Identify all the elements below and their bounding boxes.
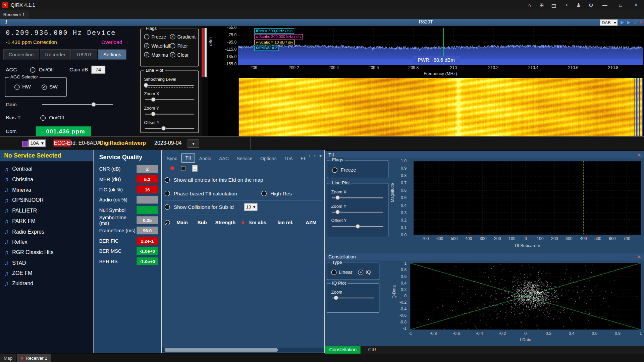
subid-select[interactable]: 13 ▾ <box>244 203 257 211</box>
stop-icon[interactable] <box>181 166 185 170</box>
detail-tab-aac[interactable]: AAC <box>215 154 232 162</box>
flag-option-filter[interactable]: Filter <box>170 43 196 49</box>
show-entries-checkbox[interactable] <box>165 177 170 183</box>
ensemble-color-swatch[interactable] <box>22 141 28 147</box>
phase-tii-checkbox[interactable] <box>165 191 170 196</box>
tii-canvas[interactable] <box>414 161 641 235</box>
home-icon[interactable]: ⌂ <box>523 2 535 8</box>
flag-checkbox-maxima[interactable] <box>144 52 149 58</box>
tab-menu-icon[interactable]: ▾ <box>319 153 322 159</box>
flag-checkbox-waterfall[interactable] <box>144 43 149 49</box>
filter-icon[interactable]: ▽ <box>633 20 637 24</box>
tab-right-icon[interactable]: › <box>314 153 316 159</box>
play-file-icon[interactable]: ▶ <box>627 20 630 24</box>
detail-tab-audio[interactable]: Audio <box>196 154 215 162</box>
status-tab-map[interactable]: Map <box>0 354 16 362</box>
iq-zoom-thumb[interactable] <box>333 296 338 300</box>
flag-option-maxima[interactable]: Maxima <box>144 52 170 58</box>
settings-icon[interactable]: ⚙ <box>585 2 597 8</box>
iq-zoom-slider[interactable] <box>331 296 375 301</box>
user-icon[interactable]: ♟ <box>573 2 585 8</box>
channels-icon[interactable]: ⊞ <box>535 2 548 8</box>
flag-option-waterfall[interactable]: Waterfall <box>144 43 170 49</box>
service-item-minerva[interactable]: ♫Minerva <box>0 185 93 195</box>
detail-tab-tii[interactable]: TII <box>181 154 195 163</box>
minimize-button[interactable]: — <box>597 2 613 8</box>
channel-select[interactable]: 10A ▾ <box>29 139 46 147</box>
lineplot-smoothing-level-thumb[interactable] <box>144 83 148 87</box>
col-header-km-abs-[interactable]: km abs. <box>249 220 277 225</box>
service-item-rgr-classic-hits[interactable]: ♫RGR Classic Hits <box>0 247 93 257</box>
service-item-radio-expres[interactable]: ♫Radio Expres <box>0 226 93 237</box>
flag-checkbox-filter[interactable] <box>170 43 175 49</box>
tii-window-close-icon[interactable]: × <box>638 152 641 158</box>
flag-checkbox-gradient[interactable] <box>170 34 175 40</box>
type-radio-linear[interactable] <box>331 269 337 275</box>
receiver-1-tab[interactable]: Receiver 1 <box>0 10 29 19</box>
record-icon[interactable] <box>170 166 174 170</box>
device-tab-settings[interactable]: Settings <box>98 49 126 60</box>
service-item-centraal[interactable]: ♫Centraal <box>0 164 93 174</box>
bottom-tab-cir[interactable]: CIR <box>364 346 380 354</box>
document-icon[interactable] <box>192 165 198 172</box>
select-all-checkbox[interactable] <box>165 220 170 225</box>
lineplot-zoom-y-thumb[interactable] <box>151 112 156 116</box>
maximize-button[interactable]: □ <box>613 2 629 8</box>
tii-offset-y-thumb[interactable] <box>356 224 360 229</box>
ensemble-dropdown[interactable]: ▾ <box>187 139 199 147</box>
mode-select[interactable]: DAB ▾ <box>600 19 618 26</box>
constellation-close-icon[interactable]: × <box>638 254 641 260</box>
high-res-radio[interactable] <box>261 191 267 196</box>
lineplot-zoom-y-slider[interactable] <box>144 112 195 117</box>
tii-zoom-x-thumb[interactable] <box>335 195 340 200</box>
mute-icon[interactable]: ◔ <box>560 2 573 8</box>
service-item-park-fm[interactable]: ♫PARK FM <box>0 216 93 226</box>
col-header-strength[interactable]: Strength <box>215 220 239 225</box>
tii-zoom-x-slider[interactable] <box>331 195 384 200</box>
agc-onoff-radio[interactable] <box>30 67 36 72</box>
guide-icon[interactable]: ▤ <box>548 2 560 8</box>
scrollbar-thumb[interactable] <box>165 348 278 352</box>
bottom-tab-constellation[interactable]: Constellation <box>325 346 361 354</box>
gain-db-input[interactable]: 74 <box>91 66 105 74</box>
detail-tab-epg[interactable]: EPG <box>297 154 306 162</box>
horizontal-scrollbar[interactable] <box>162 348 324 352</box>
gain-slider[interactable] <box>41 102 114 107</box>
service-item-zuidrand[interactable]: ♫Zuidrand <box>0 279 93 289</box>
collisions-checkbox[interactable] <box>165 204 170 210</box>
tii-offset-y-slider[interactable] <box>331 224 384 229</box>
lineplot-zoom-x-slider[interactable] <box>144 97 195 102</box>
detail-tab-service[interactable]: Service <box>233 154 256 162</box>
detail-tab-10a[interactable]: 10A <box>281 154 297 162</box>
tii-zoom-y-thumb[interactable] <box>335 210 340 214</box>
lineplot-offset-y-slider[interactable] <box>144 126 195 131</box>
lineplot-smoothing-level-slider[interactable] <box>144 83 195 88</box>
col-header-main[interactable]: Main <box>176 220 197 225</box>
device-tab-recorder[interactable]: Recorder <box>40 49 71 60</box>
gain-slider-thumb[interactable] <box>92 102 96 107</box>
col-header-sub[interactable]: Sub <box>198 220 215 225</box>
lineplot-offset-y-thumb[interactable] <box>161 126 166 130</box>
bias-t-radio[interactable] <box>40 115 46 120</box>
constellation-canvas[interactable] <box>410 263 641 329</box>
play-icon[interactable]: ▶ <box>621 20 624 24</box>
detail-tab-options[interactable]: Options <box>257 154 280 162</box>
tii-zoom-y-slider[interactable] <box>331 210 384 215</box>
device-tab-connection[interactable]: Connection <box>3 49 39 60</box>
device-tab-r820t[interactable]: R820T <box>72 49 97 60</box>
col-header-km-rel-[interactable]: km rel. <box>277 220 306 225</box>
service-item-reflex[interactable]: ♫Reflex <box>0 237 93 247</box>
flag-checkbox-clear[interactable] <box>170 52 175 58</box>
type-radio-iq[interactable] <box>358 269 364 275</box>
tuner-close-icon[interactable]: × <box>640 20 642 24</box>
detail-tab-sync[interactable]: Sync <box>163 154 181 162</box>
flag-option-freeze[interactable]: Freeze <box>144 34 170 40</box>
tab-left-icon[interactable]: ‹ <box>309 153 310 159</box>
service-item-pallietr[interactable]: ♫PALLIETR <box>0 205 93 216</box>
service-item-opsinjoor[interactable]: ♫OPSINJOOR <box>0 195 93 205</box>
lineplot-zoom-x-thumb[interactable] <box>151 97 156 102</box>
service-item-zoe-fm[interactable]: ♫ZOE FM <box>0 268 93 278</box>
tii-freeze-radio[interactable] <box>332 167 337 173</box>
flag-option-clear[interactable]: Clear <box>170 52 196 58</box>
col-header-azm[interactable]: AZM <box>306 220 322 225</box>
